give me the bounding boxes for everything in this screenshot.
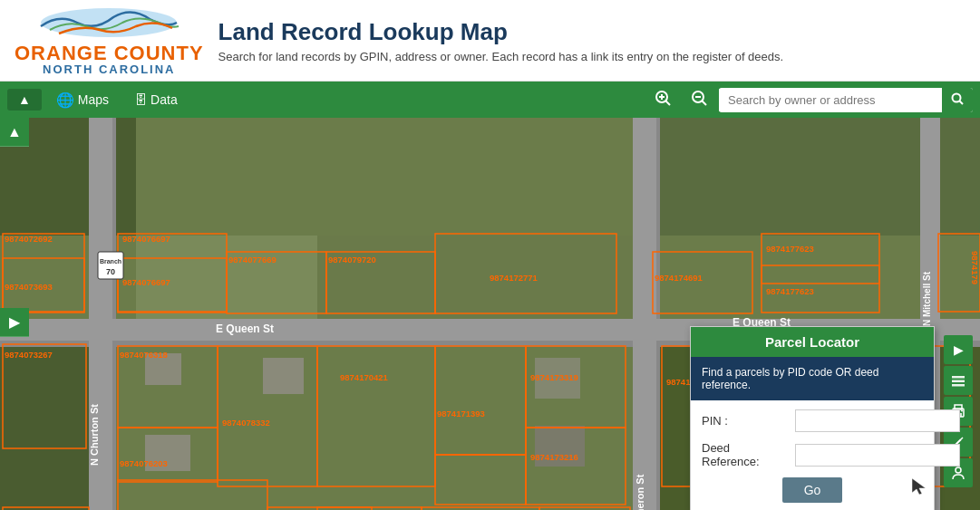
svg-rect-99	[952, 376, 965, 379]
svg-text:9874173319: 9874173319	[530, 372, 578, 382]
mid-left-panel: ▶	[0, 308, 29, 337]
svg-text:9874073693: 9874073693	[5, 282, 53, 292]
svg-rect-49	[435, 346, 526, 455]
svg-text:9874079720: 9874079720	[328, 255, 376, 265]
logo-state-name: NORTH CAROLINA	[15, 63, 204, 75]
svg-text:70: 70	[106, 267, 115, 276]
svg-text:N Churton St: N Churton St	[89, 404, 100, 466]
svg-point-8	[953, 93, 961, 101]
svg-line-105	[961, 438, 963, 439]
svg-text:9874177623: 9874177623	[766, 286, 814, 296]
svg-text:9874076318: 9874076318	[120, 350, 168, 360]
header: ORANGE COUNTY NORTH CAROLINA Land Record…	[0, 0, 980, 82]
svg-point-103	[961, 410, 963, 412]
left-panel: ▲	[0, 118, 29, 147]
svg-rect-35	[118, 234, 227, 312]
logo-graphic	[32, 6, 186, 47]
svg-text:9874072692: 9874072692	[5, 234, 53, 244]
parcel-locator-title: Parcel Locator	[691, 327, 934, 357]
svg-text:9874078332: 9874078332	[222, 418, 270, 428]
svg-text:9874076697: 9874076697	[122, 277, 170, 287]
forward-arrow-button[interactable]: ▶	[0, 308, 29, 337]
svg-text:9874076697: 9874076697	[122, 234, 170, 244]
svg-text:9874173216: 9874173216	[530, 452, 578, 462]
layers-button[interactable]	[944, 366, 973, 395]
svg-line-9	[960, 101, 964, 104]
zoom-out-button[interactable]	[683, 85, 715, 115]
svg-rect-33	[3, 234, 84, 312]
pin-row: PIN :	[702, 409, 923, 432]
svg-text:N Mitchell St: N Mitchell St	[922, 271, 932, 326]
svg-rect-47	[118, 428, 218, 482]
svg-rect-98	[952, 380, 965, 383]
svg-rect-50	[435, 455, 526, 505]
deed-row: Deed Reference:	[702, 441, 923, 468]
svg-text:9874172771: 9874172771	[490, 273, 539, 283]
toolbar: ▲ 🌐 Maps 🗄 Data	[0, 82, 980, 118]
svg-text:9874177623: 9874177623	[766, 244, 814, 254]
nav-arrow-button[interactable]: ▲	[0, 118, 29, 147]
svg-text:9874170421: 9874170421	[340, 372, 389, 382]
database-icon: 🗄	[134, 92, 147, 107]
maps-button[interactable]: 🌐 Maps	[45, 88, 120, 112]
title-area: Land Record Lookup Map Search for land r…	[204, 18, 784, 63]
search-button[interactable]	[942, 88, 973, 112]
svg-text:N Cameron St: N Cameron St	[635, 474, 645, 510]
deed-input[interactable]	[795, 444, 960, 467]
pin-label: PIN :	[702, 414, 788, 428]
search-area	[719, 88, 973, 112]
page-subtitle: Search for land records by GPIN, address…	[218, 50, 784, 63]
svg-rect-44	[3, 344, 86, 448]
data-button[interactable]: 🗄 Data	[123, 89, 189, 111]
svg-text:Branch: Branch	[100, 258, 121, 265]
cursor-icon	[910, 476, 930, 501]
nav-up-button[interactable]: ▲	[7, 89, 42, 111]
svg-text:9874171393: 9874171393	[437, 409, 485, 419]
page-title: Land Record Lookup Map	[218, 18, 784, 46]
svg-text:9874077669: 9874077669	[228, 255, 277, 265]
svg-line-2	[666, 101, 671, 105]
svg-rect-51	[526, 346, 626, 428]
zoom-in-button[interactable]	[646, 85, 679, 115]
pin-input[interactable]	[795, 409, 960, 432]
pan-right-button[interactable]: ▶	[944, 335, 973, 364]
svg-text:E Queen St: E Queen St	[216, 322, 274, 335]
deed-label: Deed Reference:	[702, 441, 788, 468]
map-container[interactable]: 9874072692 9874073693 9874076697 9874076…	[0, 118, 980, 510]
svg-marker-108	[912, 478, 926, 495]
svg-text:9874179: 9874179	[970, 251, 980, 284]
parcel-locator-description: Find a parcels by PID code OR deed refer…	[691, 357, 934, 400]
go-button[interactable]: Go	[782, 477, 843, 503]
logo-area: ORANGE COUNTY NORTH CAROLINA	[15, 6, 204, 75]
svg-rect-41	[762, 234, 879, 284]
svg-rect-48	[317, 346, 435, 486]
svg-rect-46	[218, 346, 317, 486]
svg-text:9874076203: 9874076203	[120, 458, 168, 468]
svg-text:9874174691: 9874174691	[655, 273, 703, 283]
svg-rect-97	[952, 384, 965, 387]
svg-rect-52	[526, 428, 626, 505]
parcel-locator-panel: Parcel Locator Find a parcels by PID cod…	[690, 326, 935, 510]
svg-point-107	[956, 467, 961, 473]
svg-line-6	[703, 101, 707, 105]
svg-rect-40	[653, 252, 752, 313]
svg-text:9874073267: 9874073267	[5, 350, 53, 360]
logo-county-name: ORANGE COUNTY	[15, 43, 204, 63]
svg-rect-56	[118, 480, 267, 510]
parcel-locator-form: PIN : Deed Reference: Go	[691, 400, 934, 510]
search-input[interactable]	[719, 89, 942, 111]
globe-icon: 🌐	[56, 91, 74, 109]
